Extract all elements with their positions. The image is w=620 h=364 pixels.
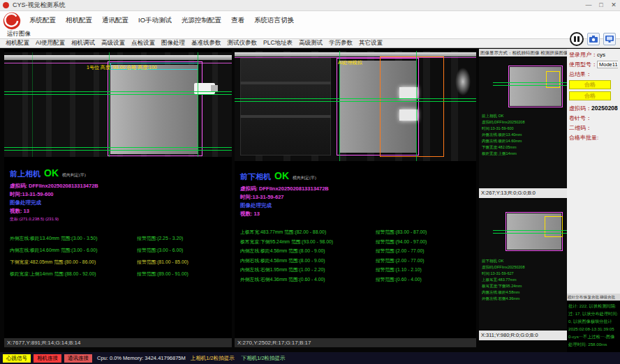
result-text-front-bottom: 前下相机OK横向判定(平) 虚拟码: DFFlinx20250208133134… [240,169,473,284]
measurement-row: 极距宽度:上侧14mm 范围:(88.00 - 92.00) 报警范围:(89.… [10,268,229,280]
measurement-row: 内侧左线:右侧1.95mm 范围:(1.00 - 2.20) 报警范围:(1.1… [240,265,473,275]
camera-image-front-bottom[interactable]: AI处理模拟 [235,51,476,161]
camera-icon [589,36,598,43]
result-label: 总结果： [569,71,591,77]
measurement-list: 外侧左线:极距13.40mm 范围:(3.00 - 3.50) 报警范围:(2.… [10,232,229,280]
roi-outline-magenta [108,61,202,156]
toolbar-item[interactable]: 点检设置 [131,39,155,47]
title-bar: CYS-视觉检测系统 — □ ✕ [0,0,620,11]
stats-tab[interactable]: 梯级合批 [600,295,615,300]
cpu-memory-readout: Cpu: 0.0% Memory: 3424.41796875M [97,355,186,361]
camera-view-front-top: 1号位 高度: 93.00:合格 高度:100 前上相机OK横向判定(平) 虚拟… [4,50,232,347]
tab-row: 运行图像 [0,29,620,38]
stats-line: 2025:02:08-13:31:39:05 [568,325,619,333]
count-line: 视数: 13 [10,208,229,215]
model-value[interactable]: Mode11 [597,61,618,68]
measure-overlay-label: 1号位 高度: 93.00:合格 高度:100 [87,64,157,71]
camera-name: 前下相机 [240,172,271,181]
menu-item[interactable]: 系统配置 [29,16,56,25]
menu-item[interactable]: 通讯配置 [102,16,128,25]
machine-structure [240,58,331,156]
menu-item[interactable]: 相机配置 [66,16,92,25]
barcode-label: 虚拟码： [569,105,591,112]
menu-item[interactable]: 系统语言切换 [254,16,294,25]
tab-highlight [399,109,418,121]
time-line: 时间:13-31-59-627 [240,194,473,201]
user-value: cys [597,52,605,58]
minimize-button[interactable]: — [582,0,595,10]
count-line: 视数: 13 [240,211,473,218]
toolbar-item[interactable]: PLC地址表 [263,39,293,47]
status-ok: OK [44,167,59,179]
stats-line: 批计: 222, 以状检测间隔: [568,302,619,310]
status-chip: 相机连接 [34,354,61,363]
tab-run-image[interactable]: 运行图像 [7,30,31,38]
toolbar-item[interactable]: 基准线参数 [191,39,221,47]
thumbnail-image-2[interactable]: 前下相机 OK虚拟码:DFFlinx20250208时间:13-31-59-62… [479,199,567,331]
toolbar-item[interactable]: 相机配置 [6,39,29,47]
statistics-panel: 枕针分布恢复合批梯级合批 批计: 222, 以状检测间隔:过: 17, 以状分布… [567,294,620,352]
measurement-row: 外侧左线:右侧4.36mm 范围:(0.60 - 4.00) 报警范围:(0.6… [240,275,473,285]
result-badge: 合格 [569,80,611,89]
status-note: 横向判定(平) [62,173,86,177]
status-bar: 心跳信号相机连接通讯连接 Cpu: 0.0% Memory: 3424.4179… [0,352,620,364]
barcode-line: 虚拟码: DFFlinx2025020813313472B [10,183,229,190]
barcode-line: 虚拟码: DFFlinx2025020813313472B [240,185,473,192]
thumbnail-view-1: 前上相机 OK虚拟码:DFFlinx20250208时间:13-31-59-60… [479,57,567,198]
ai-overlay-label: AI处理模拟 [338,59,362,66]
toolbar-item[interactable]: 高级设置 [101,39,125,47]
tab-highlight [399,87,418,98]
toolbar-item[interactable]: 高级测试 [299,39,323,47]
measurement-row: 内侧右线:极距4.58mm 范围:(8.00 - 9.00) 报警范围:(2.0… [240,256,473,266]
toolbar-item[interactable]: 图像处理 [161,39,185,47]
brand-logo-icon [3,12,21,30]
display-button[interactable] [603,33,616,45]
extra-line: 坐标:(271.0,238.5) (231.9) [10,216,229,222]
measurement-row: 下侧宽度:482.05mm 范围:(80.00 - 86.00) 报警范围:(8… [10,256,229,268]
qr-label: 二维码： [569,125,591,131]
thumbnail-image-1[interactable]: 前上相机 OK虚拟码:DFFlinx20250208时间:13-31-59-60… [479,57,567,188]
toolbar-item[interactable]: 学历参数 [329,39,353,47]
model-label: 使用型号： [569,61,597,68]
toolbar-item[interactable]: AI使用配置 [36,39,65,47]
menu-bar: 系统配置相机配置通讯配置IO手动测试光源控制配置查看系统语言切换 [0,11,620,29]
menu-item[interactable]: 查看 [231,16,244,25]
measurement-row: 上极耳宽:483.77mm 范围:(82.00 - 88.00) 报警范围:(8… [240,227,473,237]
camera-mode-label: 下相机1/2检拍提示 [242,355,286,362]
menu-item[interactable]: 光源控制配置 [182,16,221,25]
maximize-button[interactable]: □ [595,0,607,10]
stats-tab[interactable]: 恢复合批 [584,295,599,300]
toolbar-item[interactable]: 测试仪参数 [228,39,258,47]
close-button[interactable]: ✕ [607,0,620,10]
reflection-glow [455,68,471,96]
window-title: CYS-视觉检测系统 [13,1,582,10]
capture-button[interactable] [587,33,600,45]
time-line: 时间:13-31-59-600 [10,191,229,198]
roi-outline-yellow [545,216,563,237]
pause-button[interactable] [570,32,584,46]
status-chips: 心跳信号相机连接通讯连接 [3,354,92,363]
camera-mode-labels: 上相机1/2检拍提示下相机1/2检拍提示 [191,355,286,362]
result-badges: 合格合格 [569,80,618,100]
pixel-coordinate-readout: X:311;Y:980;R:0;G:0;B:0 [479,331,567,340]
process-line: 图像处理完成 [10,199,229,206]
barcode-value: 20250208 [591,105,618,112]
camera-mode-label: 上相机1/2检拍提示 [191,355,235,362]
result-text-front-top: 前上相机OK横向判定(平) 虚拟码: DFFlinx20250208133134… [10,167,229,280]
menu-item[interactable]: IO手动测试 [138,16,172,25]
monitor-icon [605,36,614,43]
camera-image-front-top[interactable]: 1号位 高度: 93.00:合格 高度:100 [4,52,232,157]
pixel-coordinate-readout: X:7677,Y:891;R:14;G:14;B:14 [4,338,232,347]
app-window: CYS-视觉检测系统 — □ ✕ 系统配置相机配置通讯配置IO手动测试光源控制配… [0,0,620,364]
user-label: 登录用户： [569,52,597,58]
toolbar-item[interactable]: 相机调试 [71,39,95,47]
roi-outline-orange [380,56,444,157]
stats-tab[interactable]: 枕针分布 [568,295,583,300]
measurement-row: 外侧左线:极距13.40mm 范围:(3.00 - 3.50) 报警范围:(2.… [10,232,229,244]
measurement-list: 上极耳宽:483.77mm 范围:(82.00 - 88.00) 报警范围:(8… [240,227,473,284]
app-icon [3,2,9,8]
pixel-coordinate-readout: X:267;Y:13;R:0;G:0;B:0 [479,188,567,198]
stats-line: 处理时间: 258.00ms [568,340,619,348]
toolbar-item[interactable]: 其它设置 [359,39,383,47]
camera-view-front-bottom: AI处理模拟 前下相机OK横向判定(平) 虚拟码: DFFlinx2025020… [235,50,476,347]
